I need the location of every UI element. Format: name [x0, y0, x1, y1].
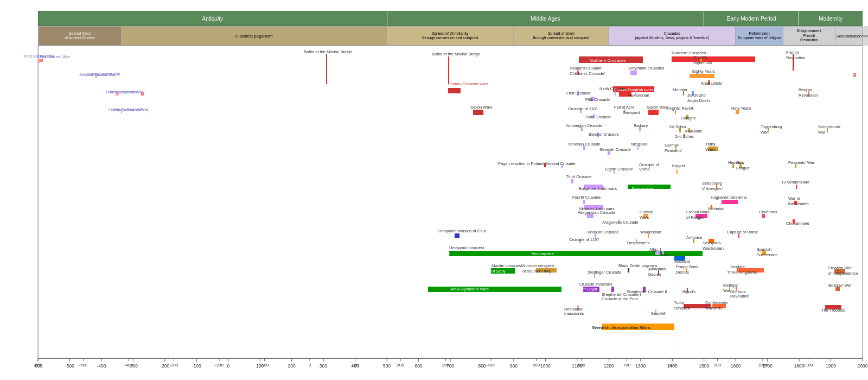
svg-text:400: 400 [487, 363, 495, 368]
milvian-bridge-bar [448, 56, 449, 84]
antiquity-bar: Antiquity [39, 11, 387, 26]
svg-text:900: 900 [714, 363, 722, 368]
classical-paganism-sub: Classical paganism [122, 27, 387, 45]
svg-text:200: 200 [397, 363, 404, 368]
peoples-crusade-bar [853, 73, 856, 77]
christianity-sub: Spread of Christianitythrough conversion… [387, 27, 514, 45]
svg-text:0: 0 [309, 363, 311, 368]
svg-text:800: 800 [668, 363, 676, 368]
saxon-wars-label: Saxon Wars [647, 105, 669, 110]
chart-svg: -600 -500 -400 -300 -200 -100 0 100 200 … [0, 0, 868, 380]
svg-text:500: 500 [533, 363, 540, 368]
sub-period-header-bar: Sacred Warsof Ancient Greece Classical p… [38, 26, 863, 46]
enlightenment-sub: EnlightenmentFrenchRevolution [783, 27, 836, 45]
crusades-sub: Crusades(against Muslims, Jews, pagans &… [609, 27, 736, 45]
svg-text:-300: -300 [169, 363, 178, 368]
sacred-wars-sub: Sacred Warsof Ancient Greece [39, 27, 122, 45]
middle-ages-bar: Middle Ages [387, 11, 705, 26]
islam-sub: Spread of Islamthrough conversion and co… [514, 27, 609, 45]
svg-text:-500: -500 [79, 363, 88, 368]
second-sacred-war-label: Second Sacred War [79, 72, 116, 77]
secularisation-sub: Secularisation [835, 27, 862, 45]
svg-text:-100: -100 [260, 363, 269, 368]
svg-text:1000: 1000 [758, 363, 768, 368]
northern-crusades-bar [672, 56, 755, 62]
first-sacred-war-label: First Sacred War [40, 54, 70, 59]
frisian-frankish-label2: Frisian-Frankish wars [614, 87, 653, 92]
period-header-bar: Antiquity Middle Ages Early Modern Perio… [38, 11, 863, 26]
svg-text:-400: -400 [124, 363, 133, 368]
svg-text:-200: -200 [215, 363, 224, 368]
chart-container: Antiquity Middle Ages Early Modern Perio… [0, 0, 868, 380]
third-sacred-war-label: Third Sacred War [111, 90, 143, 94]
svg-text:-600: -600 [34, 363, 43, 368]
svg-text:700: 700 [623, 363, 631, 368]
svg-text:300: 300 [442, 363, 450, 368]
early-modern-bar: Early Modern Period [704, 11, 799, 26]
svg-text:1100: 1100 [803, 363, 813, 368]
saxon-wars-bar [648, 110, 659, 115]
svg-text:600: 600 [578, 363, 585, 368]
svg-text:100: 100 [352, 363, 359, 368]
fourth-sacred-war-bar [149, 110, 149, 113]
northern-crusades-label: Northern Crusades [672, 50, 706, 55]
modernity-bar: Modernity [799, 11, 862, 26]
reformation-sub: ReformationEuropean wars of religion [736, 27, 783, 45]
fourth-sacred-war-label: Fourth Sacred War [114, 107, 149, 112]
milvian-bridge-label: Battle of the Milvian Bridge [432, 52, 480, 56]
